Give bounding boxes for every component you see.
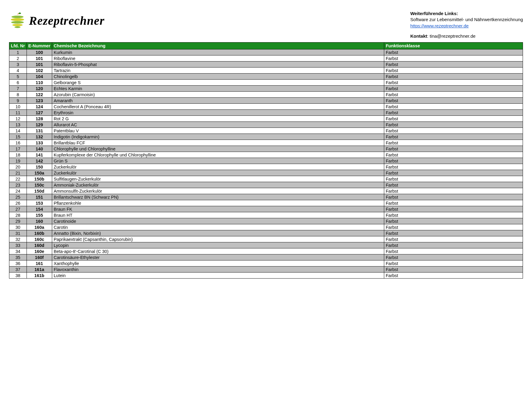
cell-chem: Indigotin (Indigokarmin) xyxy=(52,134,384,140)
table-row: 24150dAmmonsulfit-ZuckerkulörFarbst xyxy=(9,188,523,194)
cell-chem: Carotin xyxy=(52,224,384,230)
cell-funk: Farbst xyxy=(384,188,523,194)
cell-chem: Kupferkomplexe der Chlorophylle und Chlo… xyxy=(52,152,384,158)
cell-enummer: 160a xyxy=(27,224,52,230)
cell-funk: Farbst xyxy=(384,158,523,164)
cell-enummer: 150b xyxy=(27,176,52,182)
cell-chem: Pflanzenkohle xyxy=(52,200,384,206)
table-row: 29160CarotinoideFarbst xyxy=(9,218,523,224)
svg-point-2 xyxy=(11,21,24,24)
cell-chem: Paprikaextrakt (Capsanthin, Capsorubin) xyxy=(52,236,384,242)
cell-lfd: 4 xyxy=(9,68,27,74)
cell-lfd: 2 xyxy=(9,55,27,62)
cell-chem: Allurarot AC xyxy=(52,122,384,128)
cell-lfd: 26 xyxy=(9,200,27,206)
cell-funk: Farbst xyxy=(384,182,523,188)
cell-enummer: 101 xyxy=(27,55,52,62)
cell-lfd: 16 xyxy=(9,140,27,146)
cell-enummer: 150c xyxy=(27,182,52,188)
cell-enummer: 102 xyxy=(27,68,52,74)
svg-point-0 xyxy=(11,16,24,18)
cell-chem: Lycopin xyxy=(52,242,384,248)
cell-funk: Farbst xyxy=(384,170,523,176)
cell-funk: Farbst xyxy=(384,254,523,260)
cell-lfd: 34 xyxy=(9,248,27,254)
cell-lfd: 27 xyxy=(9,206,27,212)
table-row: 20150ZuckerkulörFarbst xyxy=(9,164,523,170)
table-row: 16133Brillantblau FCFFarbst xyxy=(9,140,523,146)
cell-chem: Echtes Karmin xyxy=(52,86,384,92)
cell-chem: Carotinsäure-Ethylester xyxy=(52,254,384,260)
cell-chem: Riboflavin-5-Phosphat xyxy=(52,62,384,68)
cell-lfd: 1 xyxy=(9,49,27,55)
cell-lfd: 20 xyxy=(9,164,27,170)
cell-lfd: 9 xyxy=(9,98,27,104)
cell-lfd: 32 xyxy=(9,236,27,242)
cell-funk: Farbst xyxy=(384,176,523,182)
cell-lfd: 31 xyxy=(9,230,27,236)
cell-enummer: 150 xyxy=(27,164,52,170)
table-row: 17140Chlorophylle und ChlorophyllineFarb… xyxy=(9,146,523,152)
cell-funk: Farbst xyxy=(384,236,523,242)
cell-enummer: 101 xyxy=(27,62,52,68)
cell-lfd: 37 xyxy=(9,266,27,273)
cell-enummer: 133 xyxy=(27,140,52,146)
cell-lfd: 13 xyxy=(9,122,27,128)
cell-enummer: 127 xyxy=(27,110,52,116)
cell-chem: Flavoxanthin xyxy=(52,266,384,273)
cell-funk: Farbst xyxy=(384,55,523,62)
cell-enummer: 140 xyxy=(27,146,52,152)
cell-enummer: 161 xyxy=(27,260,52,266)
table-header-row: Lfd. Nr E-Nummer Chemische Bezeichnung F… xyxy=(9,43,523,49)
contact-value: : tina@rezeptrechner.de xyxy=(427,33,475,39)
cell-chem: Rot 2 G xyxy=(52,116,384,122)
cell-enummer: 122 xyxy=(27,92,52,98)
cell-funk: Farbst xyxy=(384,68,523,74)
cell-chem: Grün S xyxy=(52,158,384,164)
cell-funk: Farbst xyxy=(384,212,523,218)
col-header-enum: E-Nummer xyxy=(27,43,52,49)
cell-enummer: 160 xyxy=(27,218,52,224)
cell-funk: Farbst xyxy=(384,104,523,110)
col-header-funk: Funktionsklasse xyxy=(384,43,523,49)
cell-enummer: 160c xyxy=(27,236,52,242)
rezeptrechner-link[interactable]: https://www.rezeptrechner.de xyxy=(410,23,468,28)
cell-funk: Farbst xyxy=(384,74,523,80)
cell-funk: Farbst xyxy=(384,218,523,224)
cell-lfd: 29 xyxy=(9,218,27,224)
table-row: 15132Indigotin (Indigokarmin)Farbst xyxy=(9,134,523,140)
table-row: 35160fCarotinsäure-EthylesterFarbst xyxy=(9,254,523,260)
svg-point-4 xyxy=(14,26,21,28)
table-row: 33160dLycopinFarbst xyxy=(9,242,523,248)
cell-chem: Erythrosin xyxy=(52,110,384,116)
cell-funk: Farbst xyxy=(384,206,523,212)
table-row: 31160bAnnatto (Bixin, Norbixin)Farbst xyxy=(9,230,523,236)
cell-enummer: 150a xyxy=(27,170,52,176)
table-row: 2101RiboflavineFarbst xyxy=(9,55,523,62)
cell-lfd: 18 xyxy=(9,152,27,158)
cell-enummer: 160e xyxy=(27,248,52,254)
cell-lfd: 17 xyxy=(9,146,27,152)
cell-enummer: 120 xyxy=(27,86,52,92)
cell-chem: Sulfitlaugen-Zuckerkulör xyxy=(52,176,384,182)
additives-table: Lfd. Nr E-Nummer Chemische Bezeichnung F… xyxy=(9,42,523,279)
cell-lfd: 5 xyxy=(9,74,27,80)
cell-funk: Farbst xyxy=(384,260,523,266)
cell-chem: Zuckerkulör xyxy=(52,170,384,176)
table-row: 30160aCarotinFarbst xyxy=(9,224,523,230)
table-row: 28155Braun HTFarbst xyxy=(9,212,523,218)
cell-chem: Kurkumin xyxy=(52,49,384,55)
cell-lfd: 24 xyxy=(9,188,27,194)
cell-enummer: 142 xyxy=(27,158,52,164)
cell-funk: Farbst xyxy=(384,224,523,230)
cell-lfd: 19 xyxy=(9,158,27,164)
cell-enummer: 154 xyxy=(27,206,52,212)
cell-enummer: 129 xyxy=(27,122,52,128)
cell-chem: Chinolingelb xyxy=(52,74,384,80)
cell-chem: Cochenillerot A (Ponceau 4R) xyxy=(52,104,384,110)
cell-lfd: 22 xyxy=(9,176,27,182)
cell-lfd: 28 xyxy=(9,212,27,218)
table-row: 34160eBeta-apo-8'-Carotinal (C 30)Farbst xyxy=(9,248,523,254)
cell-lfd: 21 xyxy=(9,170,27,176)
cell-enummer: 100 xyxy=(27,49,52,55)
